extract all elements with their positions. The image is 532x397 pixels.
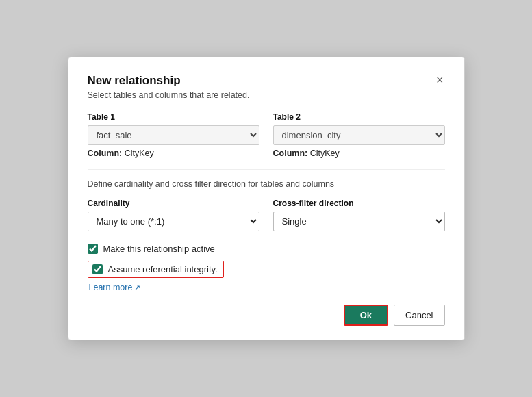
- table1-column-info: Column: CityKey: [88, 149, 259, 158]
- referential-checkbox[interactable]: [92, 264, 103, 274]
- cardinality-select[interactable]: Many to one (*:1) One to many (1:*) One …: [88, 212, 259, 231]
- table2-column-info: Column: CityKey: [273, 149, 445, 158]
- ok-button[interactable]: Ok: [344, 305, 388, 326]
- tables-row: Table 1 fact_sale Column: CityKey Table …: [88, 112, 445, 158]
- table2-label: Table 2: [273, 112, 445, 122]
- learn-more-row: Learn more ↗: [88, 282, 445, 292]
- referential-checkbox-label: Assume referential integrity.: [108, 264, 218, 274]
- dialog-header: New relationship ×: [88, 74, 445, 88]
- close-button[interactable]: ×: [435, 74, 445, 86]
- table1-col: Table 1 fact_sale Column: CityKey: [88, 112, 259, 158]
- table2-select[interactable]: dimension_city: [273, 125, 445, 145]
- dialog-title: New relationship: [88, 74, 181, 88]
- section-description: Define cardinality and cross filter dire…: [88, 179, 445, 189]
- dialog-footer: Ok Cancel: [88, 305, 445, 326]
- cross-filter-label: Cross-filter direction: [273, 198, 445, 208]
- divider: [88, 169, 445, 170]
- active-checkbox-label: Make this relationship active: [103, 244, 215, 254]
- referential-integrity-row: Assume referential integrity.: [88, 261, 224, 278]
- dialog-subtitle: Select tables and columns that are relat…: [88, 90, 445, 100]
- cardinality-col: Cardinality Many to one (*:1) One to man…: [88, 198, 259, 231]
- table1-select[interactable]: fact_sale: [88, 125, 259, 145]
- cross-filter-col: Cross-filter direction Single Both: [273, 198, 445, 231]
- cross-filter-select[interactable]: Single Both: [273, 212, 445, 231]
- cardinality-label: Cardinality: [88, 198, 259, 208]
- active-checkbox[interactable]: [88, 244, 98, 254]
- table2-col: Table 2 dimension_city Column: CityKey: [273, 112, 445, 158]
- table1-label: Table 1: [88, 112, 259, 122]
- learn-more-label: Learn more: [89, 283, 133, 292]
- active-checkbox-row: Make this relationship active: [88, 244, 445, 254]
- cancel-button[interactable]: Cancel: [394, 305, 444, 326]
- learn-more-link[interactable]: Learn more ↗: [89, 283, 141, 292]
- external-link-icon: ↗: [134, 283, 140, 292]
- new-relationship-dialog: New relationship × Select tables and col…: [68, 57, 465, 340]
- dropdowns-row: Cardinality Many to one (*:1) One to man…: [88, 198, 445, 231]
